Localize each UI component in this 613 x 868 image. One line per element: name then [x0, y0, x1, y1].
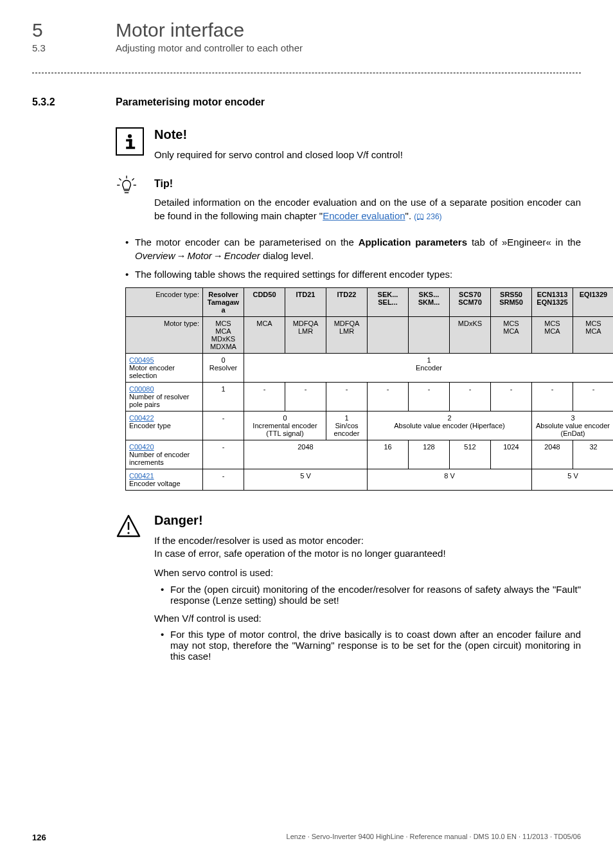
subsection-number: 5.3.2 — [32, 96, 116, 108]
table-cell: 32 — [573, 440, 614, 469]
danger-bullet-2: For this type of motor control, the driv… — [170, 629, 581, 662]
page-footer: 126 Lenze · Servo-Inverter 9400 HighLine… — [32, 833, 581, 842]
table-row-label: C00420 Number of encoder increments — [126, 440, 203, 469]
table-col-header: Resolver Tamagawa — [203, 287, 244, 316]
bullet-icon: • — [125, 235, 135, 262]
table-col-header: SCS70 SCM70 — [450, 287, 491, 316]
table-cell: - — [244, 382, 285, 411]
table-cell: 1 Encoder — [244, 353, 614, 382]
svg-point-0 — [128, 134, 132, 138]
danger-p3: When V/f control is used: — [154, 612, 581, 625]
table-cell: - — [203, 469, 244, 490]
table-cell: MCS MCA — [491, 316, 532, 353]
table-cell: - — [450, 382, 491, 411]
bullet-2: The following table shows the required s… — [135, 267, 581, 281]
page-number: 126 — [32, 833, 46, 842]
arrow-icon: → — [175, 250, 188, 261]
bullet-icon: • — [125, 267, 135, 281]
svg-line-5 — [119, 179, 121, 181]
table-col-header: SEK... SEL... — [368, 287, 409, 316]
table-row-label: C00495 Motor encoder selection — [126, 353, 203, 382]
encoder-settings-table: Encoder type: Resolver Tamagawa CDD50 IT… — [125, 287, 613, 491]
param-link-c00421[interactable]: C00421 — [129, 472, 154, 480]
section-number-minor: 5.3 — [32, 42, 116, 53]
table-cell: 1 Sin/cos encoder — [326, 411, 368, 440]
bullet-1: The motor encoder can be parameterised o… — [135, 235, 581, 262]
table-cell: - — [285, 382, 326, 411]
table-cell: 5 V — [244, 469, 368, 490]
param-link-c00420[interactable]: C00420 — [129, 443, 154, 451]
table-cell: 0 Incremental encoder (TTL signal) — [244, 411, 326, 440]
info-icon — [116, 127, 145, 161]
table-cell: 2048 — [532, 440, 573, 469]
table-cell: - — [491, 382, 532, 411]
chapter-title: Motor interface — [116, 19, 244, 41]
table-header-encoder-type: Encoder type: — [126, 287, 203, 316]
subsection-title: Parameterising motor encoder — [116, 96, 265, 108]
table-cell: 1024 — [491, 440, 532, 469]
table-cell: 2048 — [244, 440, 368, 469]
svg-rect-3 — [126, 147, 135, 149]
table-cell: 512 — [450, 440, 491, 469]
svg-point-12 — [127, 532, 129, 534]
tip-icon — [116, 174, 145, 222]
table-cell: MCS MCA MDxKS MDXMA — [203, 316, 244, 353]
table-row-label: C00422 Encoder type — [126, 411, 203, 440]
danger-title: Danger! — [154, 513, 581, 528]
table-header-motor-type: Motor type: — [126, 316, 203, 353]
table-cell: - — [532, 382, 573, 411]
param-link-c00495[interactable]: C00495 — [129, 356, 154, 364]
svg-line-6 — [132, 179, 134, 181]
bullet-icon: • — [161, 584, 170, 606]
danger-p2: When servo control is used: — [154, 566, 581, 579]
tip-text: Detailed information on the encoder eval… — [154, 196, 581, 222]
table-col-header: ITD22 — [326, 287, 368, 316]
danger-bullet-1: For the (open circuit) monitoring of the… — [170, 584, 581, 606]
table-cell: MCS MCA — [532, 316, 573, 353]
table-cell: - — [203, 411, 244, 440]
table-cell: 5 V — [532, 469, 614, 490]
param-link-c00080[interactable]: C00080 — [129, 385, 154, 393]
danger-icon — [116, 513, 145, 662]
table-cell: - — [573, 382, 614, 411]
table-cell: MDFQA LMR — [285, 316, 326, 353]
table-cell: 1 — [203, 382, 244, 411]
page-ref[interactable]: (🕮 236) — [414, 212, 441, 221]
table-col-header: SRS50 SRM50 — [491, 287, 532, 316]
param-link-c00422[interactable]: C00422 — [129, 414, 154, 422]
section-title-minor: Adjusting motor and controller to each o… — [116, 42, 303, 53]
bullet-icon: • — [161, 629, 170, 662]
table-cell: - — [409, 382, 450, 411]
table-cell — [409, 316, 450, 353]
table-cell: 16 — [368, 440, 409, 469]
tip-title: Tip! — [154, 178, 581, 190]
table-cell: - — [203, 440, 244, 469]
chapter-number: 5 — [32, 19, 116, 41]
table-cell: - — [326, 382, 368, 411]
table-row-label: C00421 Encoder voltage — [126, 469, 203, 490]
table-cell: - — [368, 382, 409, 411]
table-col-header: ECN1313 EQN1325 — [532, 287, 573, 316]
table-cell: MDFQA LMR — [326, 316, 368, 353]
table-cell: 2 Absolute value encoder (Hiperface) — [368, 411, 532, 440]
separator — [32, 73, 581, 74]
table-cell: MCA — [244, 316, 285, 353]
danger-p1: If the encoder/resolver is used as motor… — [154, 534, 581, 561]
table-cell: 3 Absolute value encoder (EnDat) — [532, 411, 614, 440]
note-text: Only required for servo control and clos… — [154, 149, 581, 161]
note-title: Note! — [154, 127, 581, 142]
table-col-header: SKS... SKM... — [409, 287, 450, 316]
table-cell: 128 — [409, 440, 450, 469]
svg-rect-2 — [129, 140, 132, 148]
table-cell: MCS MCA — [573, 316, 614, 353]
encoder-evaluation-link[interactable]: Encoder evaluation — [323, 210, 405, 221]
arrow-icon: → — [212, 250, 224, 261]
table-cell: 0 Resolver — [203, 353, 244, 382]
table-col-header: EQI1329 — [573, 287, 614, 316]
table-col-header: ITD21 — [285, 287, 326, 316]
table-cell: 8 V — [368, 469, 532, 490]
tip-text-suffix: ". — [405, 210, 414, 221]
table-cell — [368, 316, 409, 353]
table-cell: MDxKS — [450, 316, 491, 353]
table-row-label: C00080 Number of resolver pole pairs — [126, 382, 203, 411]
